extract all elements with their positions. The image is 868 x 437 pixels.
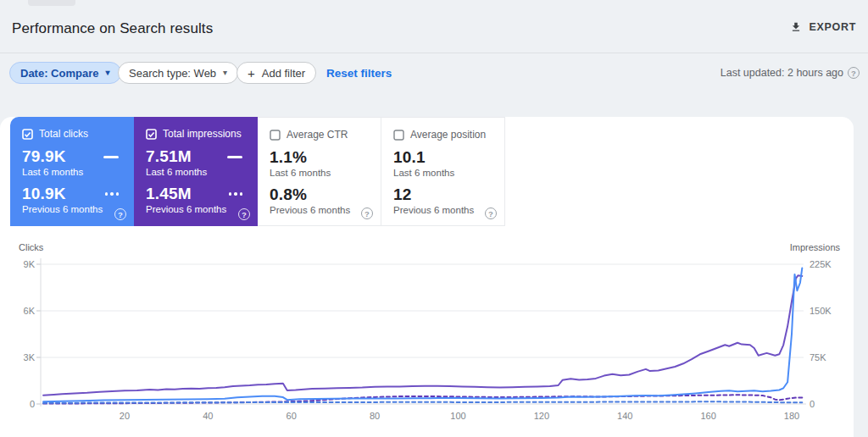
- metric-caption-current: Last 6 months: [393, 168, 494, 178]
- metric-label: Total impressions: [163, 128, 242, 140]
- search-type-label: Search type: Web: [129, 67, 216, 80]
- metric-cards: Total clicks 79.9K Last 6 months 10.9K P…: [10, 117, 505, 226]
- x-axis-tick-label: 100: [450, 411, 465, 421]
- metric-label: Total clicks: [39, 128, 88, 140]
- metric-caption-current: Last 6 months: [22, 167, 124, 177]
- date-filter-chip[interactable]: Date: Compare ▾: [9, 62, 121, 84]
- header-divider: [0, 53, 868, 53]
- metric-caption-previous: Previous 6 months: [22, 204, 124, 214]
- x-axis-tick-label: 60: [287, 411, 297, 421]
- metric-value-current: 79.9K: [22, 147, 66, 166]
- right-axis-tick-label: 0: [810, 399, 815, 409]
- help-icon[interactable]: ?: [238, 208, 250, 220]
- metric-caption-previous: Previous 6 months: [393, 205, 494, 215]
- checkbox-checked-icon[interactable]: [146, 129, 157, 140]
- metric-value-current: 7.51M: [146, 147, 192, 166]
- download-icon: [790, 21, 802, 33]
- left-axis-tick-label: 3K: [24, 352, 36, 362]
- left-axis-tick-label: 0: [30, 399, 35, 409]
- series-clicks-previous: [43, 401, 802, 403]
- metric-value-current: 10.1: [393, 148, 426, 167]
- help-icon[interactable]: ?: [485, 207, 497, 219]
- main-panel: Total clicks 79.9K Last 6 months 10.9K P…: [0, 117, 854, 437]
- dashed-line-legend-icon: [229, 192, 243, 196]
- checkbox-unchecked-icon[interactable]: [270, 130, 281, 141]
- solid-line-legend-icon: [103, 156, 119, 158]
- page-title: Performance on Search results: [12, 20, 213, 37]
- search-type-filter-chip[interactable]: Search type: Web ▾: [118, 62, 238, 84]
- chart-canvas[interactable]: 9K225K6K150K3K75K00204060801001201401601…: [0, 240, 854, 436]
- export-label: EXPORT: [809, 21, 856, 33]
- x-axis-tick-label: 160: [700, 411, 715, 421]
- series-impressions-current: [43, 275, 802, 396]
- search-console-performance-page: { "header": { "title": "Performance on S…: [0, 0, 868, 437]
- help-icon[interactable]: ?: [848, 67, 860, 79]
- x-axis-tick-label: 120: [534, 411, 549, 421]
- metric-label: Average position: [410, 129, 486, 141]
- x-axis-tick-label: 140: [617, 411, 632, 421]
- checkbox-unchecked-icon[interactable]: [393, 130, 404, 141]
- plus-icon: +: [248, 67, 255, 80]
- metric-caption-current: Last 6 months: [270, 168, 370, 178]
- metric-value-previous: 12: [393, 185, 412, 204]
- metric-card-total-clicks[interactable]: Total clicks 79.9K Last 6 months 10.9K P…: [10, 117, 134, 226]
- top-left-artifact: [28, 0, 75, 6]
- checkbox-checked-icon[interactable]: [22, 129, 33, 140]
- export-button[interactable]: EXPORT: [790, 21, 856, 33]
- metric-card-average-position[interactable]: Average position 10.1 Last 6 months 12 P…: [381, 117, 505, 226]
- date-filter-label: Date: Compare: [20, 67, 98, 80]
- x-axis-tick-label: 180: [784, 411, 799, 421]
- left-axis-tick-label: 9K: [24, 259, 36, 269]
- series-clicks-current: [43, 268, 802, 402]
- metric-caption-current: Last 6 months: [146, 167, 248, 177]
- metric-caption-previous: Previous 6 months: [146, 204, 248, 214]
- metric-value-previous: 0.8%: [270, 185, 307, 204]
- metric-card-total-impressions[interactable]: Total impressions 7.51M Last 6 months 1.…: [134, 117, 258, 226]
- add-filter-chip[interactable]: + Add filter: [236, 62, 316, 84]
- x-axis-tick-label: 80: [370, 411, 380, 421]
- right-axis-tick-label: 75K: [810, 352, 826, 362]
- add-filter-label: Add filter: [262, 67, 305, 80]
- dashed-line-legend-icon: [105, 192, 120, 196]
- chevron-down-icon: ▾: [105, 69, 109, 77]
- metric-label: Average CTR: [287, 129, 348, 141]
- performance-chart[interactable]: Clicks Impressions 9K225K6K150K3K75K0020…: [0, 240, 854, 436]
- last-updated-text: Last updated: 2 hours ago: [721, 67, 843, 79]
- x-axis-tick-label: 20: [120, 411, 130, 421]
- right-axis-tick-label: 225K: [810, 259, 832, 269]
- metric-value-previous: 1.45M: [146, 185, 192, 203]
- last-updated-status: Last updated: 2 hours ago ?: [721, 67, 860, 79]
- metric-caption-previous: Previous 6 months: [270, 205, 370, 215]
- right-axis-tick-label: 150K: [810, 306, 832, 316]
- left-axis-tick-label: 6K: [24, 306, 36, 316]
- help-icon[interactable]: ?: [361, 207, 373, 219]
- metric-value-current: 1.1%: [270, 148, 307, 167]
- metric-value-previous: 10.9K: [22, 185, 66, 203]
- x-axis-tick-label: 40: [203, 411, 213, 421]
- help-icon[interactable]: ?: [114, 208, 126, 220]
- metric-card-average-ctr[interactable]: Average CTR 1.1% Last 6 months 0.8% Prev…: [258, 117, 381, 226]
- chevron-down-icon: ▾: [223, 69, 227, 77]
- solid-line-legend-icon: [227, 156, 242, 158]
- reset-filters-link[interactable]: Reset filters: [326, 67, 392, 80]
